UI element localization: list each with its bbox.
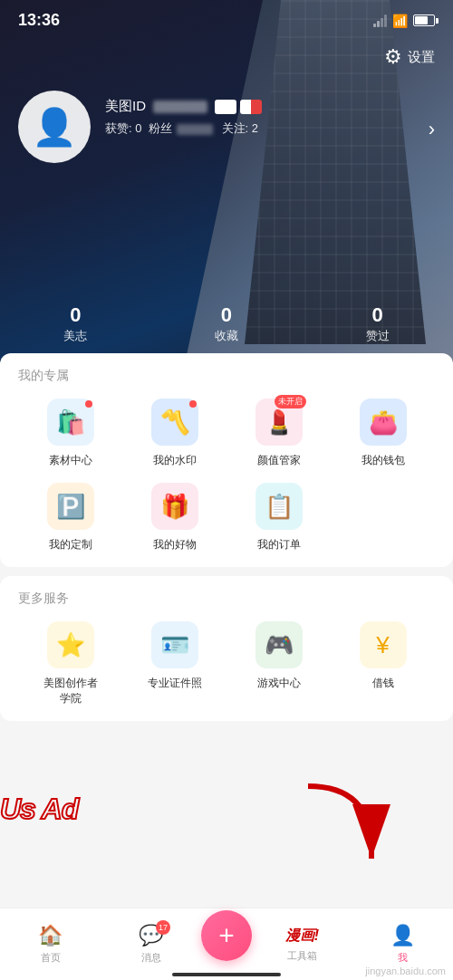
badge-white [215, 100, 236, 114]
my-exclusive-section: 我的专属 🛍️ 素材中心 〽️ 我的水印 � [0, 353, 453, 567]
grid-item-game[interactable]: 🎮 游戏中心 [226, 621, 331, 706]
grid-item-idphoto[interactable]: 🪪 专业证件照 [122, 621, 226, 706]
us-ad-overlay: Us Ad [0, 794, 100, 903]
grid-item-goods[interactable]: 🎁 我的好物 [122, 483, 226, 552]
idphoto-icon: 🪪 [151, 621, 198, 668]
material-icon: 🛍️ [47, 399, 94, 446]
nav-toolbox-label: 工具箱 [287, 949, 317, 963]
watermark-label: 我的水印 [153, 453, 197, 468]
profile-id-value [153, 101, 207, 113]
loan-label: 借钱 [372, 676, 394, 691]
settings-label: 设置 [408, 49, 435, 66]
grid-item-watermark[interactable]: 〽️ 我的水印 [122, 399, 226, 468]
more-services-section: 更多服务 ⭐ 美图创作者学院 🪪 专业证件照 🎮 游 [0, 576, 453, 721]
nav-center-button[interactable]: + [201, 910, 252, 961]
grid-item-beauty[interactable]: 💄 未开启 颜值管家 [226, 399, 331, 468]
creator-icon: ⭐ [47, 621, 94, 668]
grid-item-empty [331, 483, 435, 552]
profile-section: 👤 美图ID 获赞: 0 粉丝 关注: 2 › [18, 91, 435, 163]
status-time: 13:36 [18, 11, 60, 30]
nav-item-toolbox[interactable]: 漫画! 工具箱 [252, 926, 352, 963]
stat-meizhi[interactable]: 0 美志 [63, 303, 87, 344]
main-content: 我的专属 🛍️ 素材中心 〽️ 我的水印 � [0, 353, 453, 802]
chevron-right-icon[interactable]: › [429, 118, 435, 141]
game-label: 游戏中心 [257, 676, 301, 691]
stat-favorites[interactable]: 0 收藏 [215, 303, 238, 344]
stat-liked-label: 赞过 [366, 329, 390, 342]
material-label: 素材中心 [49, 453, 92, 468]
profile-info: 美图ID 获赞: 0 粉丝 关注: 2 [105, 91, 435, 142]
grid-item-wallet[interactable]: 👛 我的钱包 [331, 399, 435, 468]
watermark: jingyan.baidu.com [358, 962, 453, 980]
my-exclusive-grid: 🛍️ 素材中心 〽️ 我的水印 💄 未开启 颜值管家 [18, 399, 435, 552]
nav-item-messages[interactable]: 💬 17 消息 [101, 924, 201, 965]
nav-item-me[interactable]: 👤 我 [352, 924, 453, 965]
signal-icon [373, 14, 387, 27]
wifi-icon: 📶 [392, 14, 408, 28]
beauty-badge: 未开启 [275, 395, 306, 408]
battery-icon [413, 14, 435, 26]
stat-favorites-value: 0 [215, 303, 238, 327]
profile-id-row: 美图ID [105, 98, 435, 115]
wallet-icon: 👛 [360, 399, 407, 446]
game-icon: 🎮 [255, 621, 303, 668]
stat-meizhi-label: 美志 [63, 329, 87, 342]
beauty-label: 颜值管家 [257, 453, 301, 468]
nav-messages-label: 消息 [141, 951, 161, 965]
custom-icon: 🅿️ [47, 483, 94, 530]
person-icon: 👤 [32, 106, 77, 149]
grid-item-creator[interactable]: ⭐ 美图创作者学院 [18, 621, 122, 706]
badge-red [240, 100, 262, 114]
beauty-icon: 💄 未开启 [255, 399, 303, 446]
profile-stats-small: 获赞: 0 粉丝 关注: 2 [105, 120, 435, 137]
custom-label: 我的定制 [49, 537, 92, 552]
header-banner: 13:36 📶 ⚙ 设置 👤 美图ID [0, 0, 453, 380]
profile-id-label: 美图ID [105, 98, 146, 115]
messages-badge: 17 [156, 920, 170, 935]
status-icons: 📶 [373, 14, 435, 28]
messages-badge-container: 💬 17 [139, 924, 163, 947]
home-icon: 🏠 [38, 924, 63, 947]
stat-meizhi-value: 0 [63, 303, 87, 327]
idphoto-label: 专业证件照 [148, 676, 202, 691]
stat-liked-value: 0 [366, 303, 390, 327]
goods-label: 我的好物 [153, 537, 197, 552]
stat-liked[interactable]: 0 赞过 [366, 303, 390, 344]
nav-item-home[interactable]: 🏠 首页 [0, 924, 101, 965]
loan-icon: ¥ [360, 621, 407, 668]
gear-icon: ⚙ [384, 45, 402, 69]
profile-stats-row: 0 美志 0 收藏 0 赞过 [0, 303, 453, 344]
stat-favorites-label: 收藏 [215, 329, 238, 342]
watermark-dot [189, 400, 197, 408]
home-indicator [172, 973, 281, 976]
services-grid: ⭐ 美图创作者学院 🪪 专业证件照 🎮 游戏中心 [18, 621, 435, 706]
grid-item-orders[interactable]: 📋 我的订单 [226, 483, 331, 552]
nav-home-label: 首页 [41, 951, 61, 965]
creator-label: 美图创作者学院 [43, 676, 98, 706]
profile-badges [215, 100, 262, 114]
material-dot [85, 400, 92, 408]
settings-button[interactable]: ⚙ 设置 [384, 45, 435, 69]
grid-item-custom[interactable]: 🅿️ 我的定制 [18, 483, 122, 552]
plus-icon: + [218, 920, 235, 951]
more-services-title: 更多服务 [18, 591, 435, 607]
wallet-label: 我的钱包 [361, 453, 405, 468]
avatar[interactable]: 👤 [18, 91, 91, 163]
goods-icon: 🎁 [151, 483, 198, 530]
me-icon: 👤 [390, 924, 415, 947]
grid-item-material[interactable]: 🛍️ 素材中心 [18, 399, 122, 468]
orders-label: 我的订单 [257, 537, 301, 552]
grid-item-loan[interactable]: ¥ 借钱 [331, 621, 435, 706]
status-bar: 13:36 📶 [0, 11, 453, 30]
watermark-icon: 〽️ [151, 399, 198, 446]
my-exclusive-title: 我的专属 [18, 368, 435, 384]
orders-icon: 📋 [255, 483, 303, 530]
toolbox-icon: 漫画! [285, 926, 319, 946]
